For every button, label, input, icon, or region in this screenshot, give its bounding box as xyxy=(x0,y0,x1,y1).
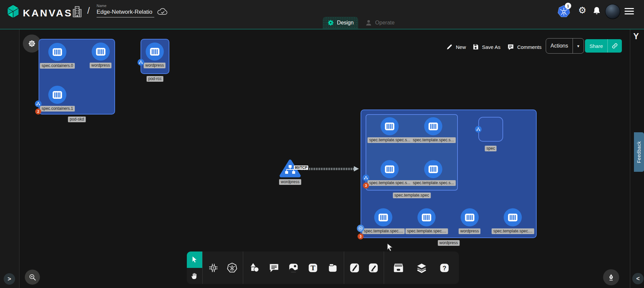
node-label: spec.template.spec.s... xyxy=(368,137,412,143)
relationship-badge[interactable] xyxy=(363,174,369,181)
design-name-input[interactable]: Edge-Network-Relatio xyxy=(97,9,154,17)
hand-icon xyxy=(191,272,198,280)
collapse-right-panel-button[interactable]: < xyxy=(632,273,644,284)
tab-operate[interactable]: Operate xyxy=(358,17,401,29)
service-node-wordpress[interactable]: wordpress xyxy=(279,159,301,185)
container-icon xyxy=(461,208,479,226)
container-node[interactable]: spec.containers.1 xyxy=(40,86,75,112)
comment-icon xyxy=(507,44,514,51)
container-node[interactable]: wordpress xyxy=(90,43,111,68)
bezier-pen-icon xyxy=(349,263,360,273)
container-icon xyxy=(381,160,399,178)
relationship-badge[interactable] xyxy=(138,59,144,66)
select-tool[interactable] xyxy=(187,251,202,268)
node-label: wordpress xyxy=(144,63,165,68)
container-node[interactable]: spec.template.spec.s... xyxy=(368,160,412,186)
settings-gear-icon[interactable]: ⚙ xyxy=(578,6,586,15)
freehand-tool[interactable] xyxy=(365,258,382,278)
sitemap-icon xyxy=(139,60,143,64)
actions-dropdown-button[interactable]: Actions ▾ xyxy=(546,38,584,54)
comment-tool[interactable] xyxy=(266,258,282,278)
components-tool[interactable] xyxy=(205,258,222,278)
container-icon xyxy=(424,160,442,178)
shapes-panel-toggle[interactable]: Y xyxy=(633,31,639,41)
pan-tool[interactable] xyxy=(187,268,202,284)
shapes-tool[interactable] xyxy=(246,258,263,278)
archive-tool[interactable] xyxy=(390,258,407,278)
node-label: wordpress xyxy=(459,228,480,234)
tab-design[interactable]: Design xyxy=(323,17,358,29)
new-label: New xyxy=(456,44,466,50)
kubernetes-tool[interactable] xyxy=(224,258,240,278)
pen-tool[interactable] xyxy=(346,258,363,278)
kubernetes-count-badge: 1 xyxy=(565,3,571,9)
container-node[interactable]: spec.template.spec.... xyxy=(492,208,534,234)
container-node[interactable]: spec.template.spec.... xyxy=(406,208,448,234)
note-icon xyxy=(327,263,338,273)
dock-toolbar: T xyxy=(187,251,459,284)
container-icon xyxy=(92,43,110,61)
image-tool[interactable] xyxy=(285,258,302,278)
pen-mode-button[interactable] xyxy=(603,269,619,285)
canvas-widget-button[interactable] xyxy=(23,34,41,53)
breadcrumb-separator: / xyxy=(87,5,90,16)
pencil-icon xyxy=(446,44,453,50)
group-spec-template-spec[interactable]: spec.template.spec.s... spec.template.sp… xyxy=(366,114,458,191)
issue-count-badge[interactable]: 3 xyxy=(358,233,364,239)
design-name-label: Name xyxy=(97,4,154,8)
container-node[interactable]: wordpress xyxy=(144,43,165,68)
user-avatar[interactable] xyxy=(605,4,620,19)
node-label: spec.template.spec.... xyxy=(492,228,534,234)
copy-link-button[interactable] xyxy=(608,39,622,53)
organization-icon[interactable] xyxy=(71,5,83,18)
pencil-squiggle-icon xyxy=(368,263,379,273)
new-button[interactable]: New xyxy=(446,41,466,53)
issue-count-badge[interactable]: 2 xyxy=(35,109,41,115)
annotation-badge[interactable] xyxy=(357,225,364,232)
spec-node[interactable]: spec xyxy=(478,117,503,142)
group-wordpress-deployment[interactable]: spec.template.spec.s... spec.template.sp… xyxy=(361,110,537,238)
share-button[interactable]: Share xyxy=(585,39,622,53)
right-panel-divider xyxy=(630,29,630,288)
node-label: wordpress xyxy=(90,63,111,68)
chevron-left-icon: < xyxy=(636,275,640,282)
group-pod-skd[interactable]: spec.containers.0 wordpress spec.contain… xyxy=(39,39,115,115)
node-label: spec xyxy=(485,146,496,151)
comments-button[interactable]: Comments xyxy=(507,41,542,53)
container-node[interactable]: spec.containers.0 xyxy=(40,43,75,69)
notifications-bell-icon[interactable] xyxy=(592,6,601,16)
container-node[interactable]: spec.template.spec.s... xyxy=(411,160,456,186)
comments-label: Comments xyxy=(517,44,542,50)
service-edge[interactable] xyxy=(301,168,355,170)
group-pod-rcc[interactable]: wordpress pod-rcc xyxy=(141,39,169,74)
expand-left-panel-button[interactable]: > xyxy=(4,273,15,285)
relationship-badge[interactable] xyxy=(475,126,482,133)
kanvas-logo-icon[interactable] xyxy=(5,4,21,19)
issue-count-badge[interactable]: 3 xyxy=(363,183,369,189)
menu-hamburger-icon[interactable] xyxy=(625,8,634,14)
note-tool[interactable] xyxy=(324,258,341,278)
zoom-in-icon xyxy=(29,273,37,281)
relationship-badge[interactable] xyxy=(35,100,42,107)
drawing-tools xyxy=(344,251,384,284)
help-tool[interactable]: ? xyxy=(436,258,453,278)
kubernetes-wheel-icon xyxy=(226,262,238,274)
scribble-icon xyxy=(358,226,363,231)
share-label: Share xyxy=(585,39,607,53)
container-node[interactable]: spec.template.spec.... xyxy=(362,208,405,234)
container-icon xyxy=(424,117,442,135)
design-name-field-wrap: Name Edge-Network-Relatio xyxy=(97,4,154,17)
flower-gear-icon xyxy=(28,40,36,48)
container-icon xyxy=(48,86,66,104)
container-node[interactable]: spec.template.spec.s... xyxy=(368,117,412,143)
container-node[interactable]: wordpress xyxy=(459,208,480,234)
layers-tool[interactable] xyxy=(413,258,430,278)
caret-down-icon[interactable]: ▾ xyxy=(573,39,584,53)
container-icon xyxy=(381,117,399,135)
zoom-search-button[interactable] xyxy=(25,270,40,285)
text-tool[interactable]: T xyxy=(305,258,321,278)
feedback-tab[interactable]: Feedback xyxy=(634,132,644,172)
save-as-button[interactable]: Save As xyxy=(472,41,500,53)
container-node[interactable]: spec.template.spec.s... xyxy=(411,117,456,143)
container-icon xyxy=(504,208,522,226)
